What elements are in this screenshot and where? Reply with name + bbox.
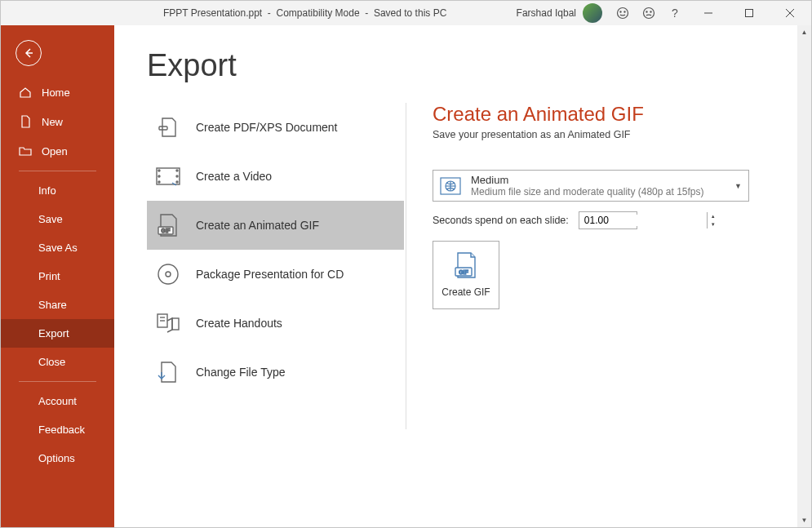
- smile-icon[interactable]: [612, 2, 633, 24]
- pdf-icon: [155, 114, 181, 140]
- sidebar-item-options[interactable]: Options: [1, 444, 114, 473]
- svg-point-12: [158, 170, 160, 171]
- svg-point-21: [166, 272, 171, 277]
- avatar[interactable]: [583, 3, 602, 23]
- create-gif-button[interactable]: GIF Create GIF: [433, 241, 499, 309]
- minimize-button[interactable]: [690, 2, 726, 24]
- sidebar-item-feedback[interactable]: Feedback: [1, 415, 114, 444]
- svg-rect-7: [746, 10, 753, 17]
- gif-file-icon: GIF: [455, 252, 477, 278]
- divider: [19, 171, 96, 171]
- sidebar-item-close[interactable]: Close: [1, 348, 114, 376]
- chevron-down-icon: ▼: [734, 182, 742, 190]
- sidebar-item-label: Options: [38, 452, 75, 464]
- quality-icon: [438, 175, 463, 197]
- svg-point-4: [646, 11, 647, 12]
- sidebar-item-account[interactable]: Account: [1, 387, 114, 415]
- export-option-label: Create PDF/XPS Document: [196, 121, 338, 134]
- svg-point-5: [650, 11, 651, 12]
- export-option-video[interactable]: Create a Video: [147, 152, 404, 201]
- back-button[interactable]: [16, 40, 42, 66]
- scrollbar[interactable]: ▲ ▼: [797, 25, 811, 527]
- close-button[interactable]: [772, 2, 808, 24]
- export-option-cd[interactable]: Package Presentation for CD: [147, 250, 404, 299]
- quality-dropdown[interactable]: Medium Medium file size and moderate qua…: [433, 170, 749, 202]
- sidebar-item-label: Save: [38, 213, 63, 225]
- svg-point-15: [176, 170, 178, 171]
- svg-point-17: [176, 181, 178, 183]
- maximize-button[interactable]: [731, 2, 767, 24]
- handouts-icon: [155, 310, 181, 336]
- sidebar-item-info[interactable]: Info: [1, 176, 114, 205]
- svg-point-16: [176, 175, 178, 177]
- export-option-label: Create Handouts: [196, 317, 282, 330]
- spin-up-button[interactable]: ▲: [708, 212, 719, 220]
- sidebar-item-label: Info: [38, 184, 56, 197]
- scroll-down-button[interactable]: ▼: [797, 513, 811, 527]
- page-title: Export: [147, 48, 795, 83]
- sidebar-item-share[interactable]: Share: [1, 291, 114, 319]
- backstage-sidebar: Home New Open Info Save Save As Print Sh…: [1, 25, 114, 527]
- sidebar-item-saveas[interactable]: Save As: [1, 233, 114, 262]
- seconds-stepper[interactable]: ▲ ▼: [579, 211, 637, 229]
- sidebar-item-label: Save As: [38, 242, 78, 254]
- svg-rect-10: [159, 126, 167, 130]
- export-detail-panel: Create an Animated GIF Save your present…: [406, 103, 795, 429]
- spin-down-button[interactable]: ▼: [708, 220, 719, 229]
- sidebar-item-save[interactable]: Save: [1, 205, 114, 233]
- window-title: FPPT Presentation.ppt - Compatibility Mo…: [163, 7, 446, 19]
- export-option-gif[interactable]: GIF Create an Animated GIF: [147, 201, 404, 250]
- sidebar-item-label: Share: [38, 299, 67, 311]
- sidebar-item-label: Home: [42, 87, 70, 99]
- filetype-icon: [155, 359, 181, 385]
- video-icon: [155, 163, 181, 189]
- open-icon: [19, 144, 32, 158]
- export-option-label: Create an Animated GIF: [196, 219, 319, 232]
- svg-point-1: [620, 11, 621, 12]
- svg-point-0: [618, 8, 628, 19]
- sidebar-item-label: Open: [42, 145, 68, 158]
- sidebar-item-new[interactable]: New: [1, 107, 114, 136]
- svg-text:GIF: GIF: [162, 228, 171, 233]
- quality-name: Medium: [471, 174, 742, 186]
- gif-icon: GIF: [155, 212, 181, 238]
- export-option-pdf[interactable]: Create PDF/XPS Document: [147, 103, 404, 152]
- titlebar: FPPT Presentation.ppt - Compatibility Mo…: [1, 1, 811, 25]
- sidebar-item-label: Feedback: [38, 424, 85, 436]
- svg-point-14: [158, 181, 160, 183]
- seconds-label: Seconds spend on each slide:: [433, 215, 569, 226]
- sidebar-item-label: Print: [38, 270, 60, 282]
- user-name: Farshad Iqbal: [517, 7, 576, 19]
- scroll-up-button[interactable]: ▲: [797, 25, 811, 39]
- panel-title: Create an Animated GIF: [433, 103, 795, 126]
- cd-icon: [155, 261, 181, 287]
- svg-point-13: [158, 175, 160, 177]
- export-option-filetype[interactable]: Change File Type: [147, 348, 404, 397]
- sidebar-item-home[interactable]: Home: [1, 78, 114, 107]
- export-option-label: Create a Video: [196, 170, 272, 183]
- svg-point-2: [624, 11, 625, 12]
- svg-rect-25: [172, 318, 179, 330]
- home-icon: [19, 86, 32, 99]
- panel-subtitle: Save your presentation as an Animated GI…: [433, 129, 795, 140]
- sidebar-item-print[interactable]: Print: [1, 262, 114, 291]
- export-options-list: Create PDF/XPS Document Create a Video G…: [147, 103, 406, 429]
- new-icon: [19, 115, 32, 128]
- sidebar-item-label: Export: [38, 327, 69, 339]
- svg-point-3: [644, 8, 654, 19]
- sidebar-item-label: Close: [38, 356, 65, 368]
- seconds-input[interactable]: [579, 215, 707, 226]
- export-option-handouts[interactable]: Create Handouts: [147, 299, 404, 348]
- sidebar-item-export[interactable]: Export: [1, 319, 114, 348]
- help-icon[interactable]: ?: [664, 2, 686, 24]
- quality-description: Medium file size and moderate quality (4…: [471, 186, 742, 197]
- export-option-label: Change File Type: [196, 366, 285, 379]
- svg-text:GIF: GIF: [459, 269, 468, 275]
- sidebar-item-label: New: [42, 116, 63, 128]
- export-option-label: Package Presentation for CD: [196, 268, 344, 281]
- sidebar-item-label: Account: [38, 395, 77, 407]
- sidebar-item-open[interactable]: Open: [1, 136, 114, 166]
- create-gif-button-label: Create GIF: [441, 286, 490, 298]
- divider: [19, 381, 96, 382]
- frown-icon[interactable]: [638, 2, 659, 24]
